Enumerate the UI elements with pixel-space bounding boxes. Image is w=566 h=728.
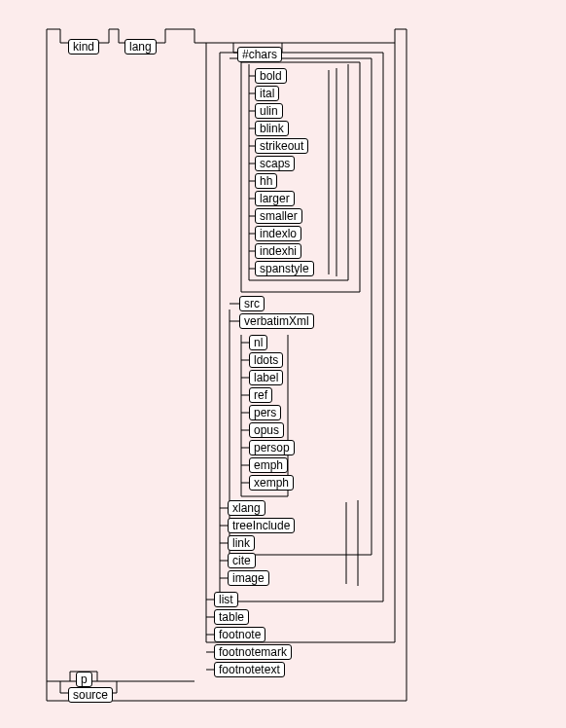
- node-chars: #chars: [237, 47, 282, 62]
- node-blink: blink: [255, 121, 289, 136]
- node-source: source: [68, 687, 113, 703]
- node-xlang: xlang: [228, 500, 265, 516]
- node-opus: opus: [249, 422, 284, 438]
- node-label: label: [249, 370, 283, 385]
- node-verbatimxml: verbatimXml: [239, 313, 314, 329]
- node-ital: ital: [255, 86, 279, 101]
- node-xemph: xemph: [249, 475, 294, 491]
- node-indexlo: indexlo: [255, 226, 301, 241]
- node-pers: pers: [249, 405, 281, 420]
- node-footnote: footnote: [214, 627, 265, 642]
- node-scaps: scaps: [255, 156, 295, 171]
- node-spanstyle: spanstyle: [255, 261, 314, 276]
- node-list: list: [214, 592, 238, 607]
- node-persop: persop: [249, 440, 295, 455]
- node-emph: emph: [249, 457, 288, 473]
- node-p: p: [76, 672, 92, 687]
- node-indexhi: indexhi: [255, 243, 301, 259]
- node-kind: kind: [68, 39, 99, 55]
- node-link: link: [228, 535, 255, 551]
- node-table: table: [214, 609, 249, 625]
- node-treeinclude: treeInclude: [228, 518, 295, 533]
- node-hh: hh: [255, 173, 277, 189]
- node-strikeout: strikeout: [255, 138, 308, 154]
- node-footnotemark: footnotemark: [214, 644, 292, 660]
- node-ldots: ldots: [249, 352, 283, 368]
- node-smaller: smaller: [255, 208, 302, 224]
- node-ref: ref: [249, 387, 272, 403]
- node-nl: nl: [249, 335, 267, 350]
- node-lang: lang: [124, 39, 157, 55]
- node-bold: bold: [255, 68, 287, 84]
- node-footnotetext: footnotetext: [214, 662, 285, 677]
- node-src: src: [239, 296, 265, 311]
- node-ulin: ulin: [255, 103, 283, 119]
- node-cite: cite: [228, 553, 256, 568]
- node-image: image: [228, 570, 269, 586]
- node-larger: larger: [255, 191, 295, 206]
